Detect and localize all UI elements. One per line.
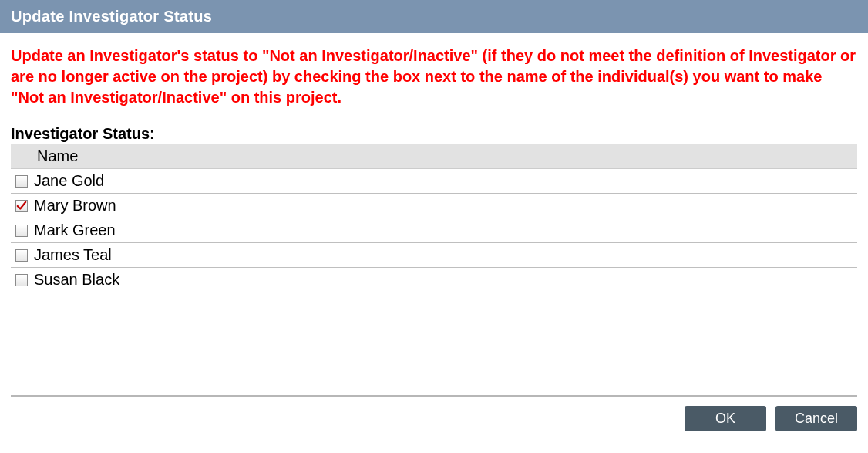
investigator-name: Mary Brown	[34, 197, 116, 215]
investigator-name: Jane Gold	[34, 172, 104, 190]
button-row: OK Cancel	[11, 406, 857, 431]
table-row: Mark Green	[11, 218, 857, 243]
checkbox[interactable]	[15, 175, 28, 188]
instructions-text: Update an Investigator's status to "Not …	[11, 46, 857, 108]
dialog-footer: OK Cancel	[11, 395, 857, 431]
dialog-content: Update an Investigator's status to "Not …	[0, 33, 868, 292]
table-row: Susan Black	[11, 268, 857, 292]
cancel-button[interactable]: Cancel	[775, 406, 857, 431]
investigator-name: James Teal	[34, 246, 112, 264]
table-row: Mary Brown	[11, 194, 857, 218]
table-row: Jane Gold	[11, 169, 857, 194]
investigator-name: Susan Black	[34, 271, 119, 289]
investigator-name: Mark Green	[34, 221, 116, 239]
ok-button[interactable]: OK	[685, 406, 766, 431]
checkbox[interactable]	[15, 249, 28, 262]
checkbox[interactable]	[15, 274, 28, 286]
checkbox[interactable]	[15, 225, 28, 237]
investigator-list: Name Jane GoldMary BrownMark GreenJames …	[11, 144, 857, 292]
dialog-title: Update Investigator Status	[11, 8, 212, 25]
footer-divider	[11, 395, 857, 397]
table-row: James Teal	[11, 243, 857, 268]
column-header-name: Name	[11, 144, 857, 169]
checkbox[interactable]	[15, 200, 28, 212]
section-label: Investigator Status:	[11, 125, 857, 143]
dialog-title-bar: Update Investigator Status	[0, 0, 868, 33]
